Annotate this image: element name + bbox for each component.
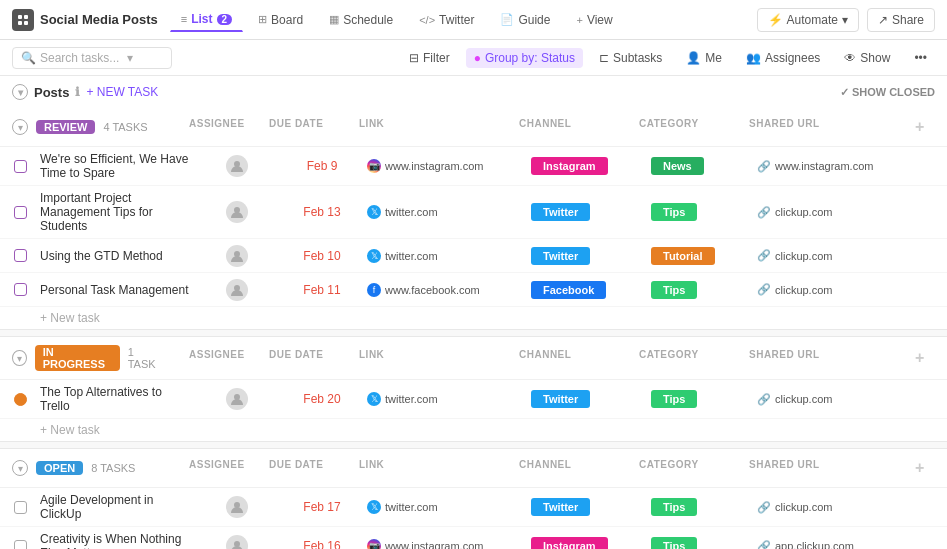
shared-url-icon: 🔗 [757,501,771,514]
task-check-1[interactable] [0,160,40,173]
avatar [226,245,248,267]
instagram-icon: 📷 [367,159,381,173]
task-due-date: Feb 16 [277,539,367,549]
search-input[interactable]: 🔍 Search tasks... ▾ [12,47,172,69]
tab-twitter[interactable]: </> Twitter [408,8,485,32]
subtasks-button[interactable]: ⊏ Subtasks [591,48,670,68]
task-name[interactable]: Important Project Management Tips for St… [40,191,197,233]
table-row: Agile Development in ClickUp Feb 17 𝕏 tw… [0,488,947,527]
review-task-count: 4 TASKS [103,121,147,133]
task-checkbox[interactable] [14,206,27,219]
channel-tag: Instagram [531,157,608,175]
inprogress-collapse-btn[interactable]: ▾ [12,350,27,366]
shared-url: 🔗 www.instagram.com [757,160,917,173]
list-icon: ≡ [181,13,187,25]
avatar [226,155,248,177]
show-button[interactable]: 👁 Show [836,48,898,68]
task-name[interactable]: We're so Efficient, We Have Time to Spar… [40,152,197,180]
task-name[interactable]: Creativity is When Nothing Else Matters [40,532,197,549]
twitter-icon: 𝕏 [367,205,381,219]
posts-header: ▾ Posts ℹ + NEW TASK ✓ SHOW CLOSED [0,76,947,108]
task-name[interactable]: The Top Alternatives to Trello [40,385,197,413]
task-checkbox[interactable] [14,283,27,296]
share-icon: ↗ [878,13,888,27]
code-icon: </> [419,14,435,26]
more-options-button[interactable]: ••• [906,48,935,68]
task-name[interactable]: Agile Development in ClickUp [40,493,197,521]
task-checkbox[interactable] [14,393,27,406]
show-closed-button[interactable]: ✓ SHOW CLOSED [840,86,935,99]
shared-url-icon: 🔗 [757,283,771,296]
avatar [226,201,248,223]
col-header-channel: CHANNEL [515,116,635,138]
twitter-icon: 𝕏 [367,392,381,406]
task-link: 𝕏 twitter.com [367,205,527,219]
add-column-button[interactable]: + [905,116,935,138]
top-navigation: Social Media Posts ≡ List 2 ⊞ Board ▦ Sc… [0,0,947,40]
inprogress-section: ▾ IN PROGRESS 1 TASK ASSIGNEE DUE DATE L… [0,337,947,441]
channel-tag: Twitter [531,390,590,408]
posts-header-right: ✓ SHOW CLOSED [840,86,935,99]
filter-button[interactable]: ⊟ Filter [401,48,458,68]
review-collapse-btn[interactable]: ▾ [12,119,28,135]
new-task-button[interactable]: + NEW TASK [86,85,158,99]
task-due-date: Feb 13 [277,205,367,219]
task-due-date: Feb 11 [277,283,367,297]
col-header-link: LINK [355,116,515,138]
automate-chevron-icon: ▾ [842,13,848,27]
review-section: ▾ REVIEW 4 TASKS ASSIGNEE DUE DATE LINK … [0,108,947,329]
channel-tag: Twitter [531,498,590,516]
avatar [226,535,248,549]
inprogress-new-task[interactable]: + New task [0,419,947,441]
task-checkbox[interactable] [14,501,27,514]
table-row: Important Project Management Tips for St… [0,186,947,239]
me-icon: 👤 [686,51,701,65]
task-name[interactable]: Using the GTD Method [40,249,197,263]
automate-button[interactable]: ⚡ Automate ▾ [757,8,859,32]
review-new-task[interactable]: + New task [0,307,947,329]
tab-view[interactable]: + View [565,8,623,32]
task-due-date: Feb 10 [277,249,367,263]
project-logo-icon [12,9,34,31]
group-by-button[interactable]: ● Group by: Status [466,48,583,68]
me-button[interactable]: 👤 Me [678,48,730,68]
instagram-icon: 📷 [367,539,381,549]
shared-url: 🔗 clickup.com [757,393,917,406]
info-icon[interactable]: ℹ [75,85,80,99]
task-name[interactable]: Personal Task Management [40,283,197,297]
shared-url: 🔗 clickup.com [757,283,917,296]
shared-url-icon: 🔗 [757,206,771,219]
col-header-category: CATEGORY [635,116,745,138]
assignees-icon: 👥 [746,51,761,65]
col-header-assignee: ASSIGNEE [185,116,265,138]
posts-collapse-button[interactable]: ▾ [12,84,28,100]
tab-schedule[interactable]: ▦ Schedule [318,8,404,32]
channel-tag: Facebook [531,281,606,299]
task-checkbox[interactable] [14,249,27,262]
project-logo[interactable]: Social Media Posts [12,9,158,31]
task-checkbox[interactable] [14,160,27,173]
task-assignee [197,155,277,177]
add-column-button-3[interactable]: + [905,457,935,479]
col-header-name [164,116,185,138]
toolbar: 🔍 Search tasks... ▾ ⊟ Filter ● Group by:… [0,40,947,76]
channel-tag: Twitter [531,247,590,265]
share-button[interactable]: ↗ Share [867,8,935,32]
review-section-header: ▾ REVIEW 4 TASKS ASSIGNEE DUE DATE LINK … [0,108,947,147]
open-collapse-btn[interactable]: ▾ [12,460,28,476]
search-icon: 🔍 [21,51,36,65]
add-column-button-2[interactable]: + [905,347,935,369]
task-checkbox[interactable] [14,540,27,550]
subtasks-icon: ⊏ [599,51,609,65]
channel-cell: Instagram [527,157,647,175]
table-row: The Top Alternatives to Trello Feb 20 𝕏 … [0,380,947,419]
assignees-button[interactable]: 👥 Assignees [738,48,828,68]
tab-board[interactable]: ⊞ Board [247,8,314,32]
task-due-date: Feb 9 [277,159,367,173]
plus-icon: + [576,14,582,26]
shared-url: 🔗 clickup.com [757,206,917,219]
tab-list[interactable]: ≡ List 2 [170,7,243,32]
task-due-date: Feb 17 [277,500,367,514]
tab-guide[interactable]: 📄 Guide [489,8,561,32]
twitter-icon: 𝕏 [367,500,381,514]
